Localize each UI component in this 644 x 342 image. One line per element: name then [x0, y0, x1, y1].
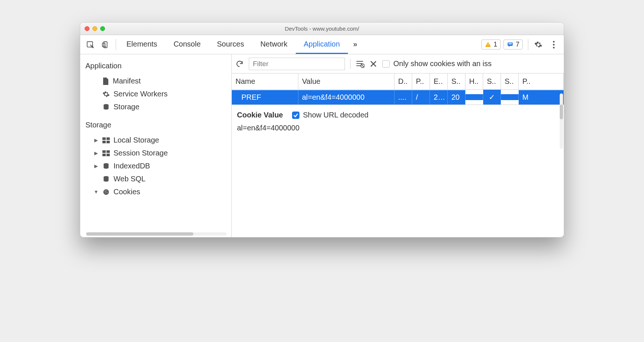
- sidebar-item-cookies[interactable]: ▼ Cookies: [80, 185, 231, 198]
- cookie-detail: Cookie Value Show URL decoded al=en&f4=4…: [232, 105, 564, 138]
- tab-network[interactable]: Network: [252, 35, 295, 54]
- sidebar-item-label: Cookies: [113, 188, 140, 196]
- sidebar-item-service-workers[interactable]: Service Workers: [80, 88, 231, 100]
- sidebar-item-label: IndexedDB: [113, 162, 150, 170]
- expand-arrow-icon[interactable]: ▶: [94, 163, 99, 169]
- expand-arrow-icon[interactable]: ▶: [94, 137, 99, 143]
- toolbar-divider: [116, 39, 116, 50]
- svg-rect-14: [106, 141, 110, 143]
- svg-rect-13: [102, 141, 106, 143]
- col-samesite[interactable]: S..: [501, 73, 519, 89]
- expand-arrow-icon[interactable]: ▶: [94, 150, 99, 156]
- sidebar-item-label: Local Storage: [113, 136, 159, 144]
- warnings-badge[interactable]: 1: [481, 40, 501, 49]
- svg-point-22: [105, 191, 105, 191]
- toolbar-divider: [528, 39, 528, 50]
- tab-application[interactable]: Application: [296, 35, 348, 54]
- show-url-decoded-checkbox[interactable]: Show URL decoded: [292, 111, 369, 119]
- database-icon: [102, 163, 110, 170]
- more-options-icon[interactable]: [546, 35, 562, 54]
- device-toggle-icon[interactable]: [98, 35, 113, 54]
- collapse-arrow-icon[interactable]: ▼: [94, 189, 99, 195]
- table-header-row: Name Value D.. P.. E.. S.. H.. S.. S.. P…: [232, 73, 564, 90]
- svg-rect-5: [488, 46, 488, 47]
- sidebar-item-websql[interactable]: Web SQL: [80, 172, 231, 185]
- svg-point-7: [553, 41, 555, 42]
- show-url-decoded-label: Show URL decoded: [303, 111, 369, 119]
- devtools-window: DevTools - www.youtube.com/ Elements Con…: [80, 22, 564, 237]
- gear-icon: [102, 90, 110, 98]
- svg-rect-12: [106, 137, 110, 140]
- col-size[interactable]: S..: [448, 73, 465, 89]
- inspect-element-icon[interactable]: [82, 35, 98, 54]
- clear-all-icon[interactable]: [356, 60, 365, 68]
- filter-input[interactable]: [249, 58, 345, 70]
- col-secure[interactable]: S..: [483, 73, 501, 89]
- window-titlebar: DevTools - www.youtube.com/: [80, 23, 564, 35]
- database-icon: [102, 103, 110, 111]
- grid-icon: [102, 150, 110, 156]
- checkbox-icon: [382, 60, 390, 68]
- tab-elements[interactable]: Elements: [118, 35, 165, 54]
- cookie-icon: [102, 188, 110, 196]
- actionbar-divider: [350, 59, 350, 69]
- svg-rect-17: [102, 154, 106, 156]
- checkbox-icon: [292, 112, 299, 119]
- cookies-table: Name Value D.. P.. E.. S.. H.. S.. S.. P…: [232, 73, 564, 105]
- col-domain[interactable]: D..: [394, 73, 412, 89]
- cell-path: /: [412, 90, 430, 105]
- sidebar-item-label: Service Workers: [113, 90, 167, 98]
- panel-body: Application Manifest Service Workers Sto…: [80, 54, 564, 237]
- sidebar-group-application: Application: [80, 54, 231, 75]
- svg-rect-11: [102, 137, 106, 140]
- cell-size: 20: [448, 90, 465, 105]
- col-priority[interactable]: P..: [519, 73, 564, 89]
- only-issues-checkbox[interactable]: Only show cookies with an iss: [382, 59, 492, 68]
- svg-rect-18: [106, 154, 110, 156]
- cell-name: PREF: [232, 90, 298, 105]
- tab-sources[interactable]: Sources: [209, 35, 252, 54]
- col-expires[interactable]: E..: [430, 73, 448, 89]
- window-zoom-button[interactable]: [100, 26, 105, 31]
- col-name[interactable]: Name: [232, 73, 298, 89]
- table-vertical-scrollbar[interactable]: [560, 93, 563, 149]
- svg-point-8: [553, 44, 555, 45]
- col-httponly[interactable]: H..: [465, 73, 483, 89]
- delete-icon[interactable]: [370, 60, 377, 68]
- sidebar-item-manifest[interactable]: Manifest: [80, 75, 231, 88]
- window-minimize-button[interactable]: [92, 26, 97, 31]
- sidebar-item-storage[interactable]: Storage: [80, 100, 231, 113]
- svg-rect-4: [488, 44, 488, 45]
- messages-badge[interactable]: 7: [504, 40, 523, 49]
- cell-domain: ....: [394, 90, 412, 105]
- refresh-icon[interactable]: [235, 60, 244, 68]
- svg-point-25: [105, 192, 106, 193]
- panel-tabs: Elements Console Sources Network Applica…: [118, 35, 363, 54]
- sidebar-item-local-storage[interactable]: ▶ Local Storage: [80, 134, 231, 147]
- tab-more[interactable]: »: [348, 35, 363, 54]
- sidebar-item-label: Session Storage: [113, 149, 168, 157]
- col-value[interactable]: Value: [298, 73, 394, 89]
- cell-secure: ✓: [483, 90, 501, 105]
- grid-icon: [102, 137, 110, 143]
- svg-point-23: [106, 190, 107, 191]
- svg-point-24: [106, 192, 107, 193]
- cookies-pane: Only show cookies with an iss Name Value…: [232, 54, 564, 237]
- sidebar-item-session-storage[interactable]: ▶ Session Storage: [80, 147, 231, 160]
- window-close-button[interactable]: [85, 26, 89, 31]
- window-controls: [85, 26, 105, 31]
- table-row[interactable]: PREF al=en&f4=4000000 .... / 2… 20 ✓ M: [232, 90, 564, 105]
- database-icon: [102, 175, 110, 183]
- cookie-value-text: al=en&f4=4000000: [237, 124, 559, 132]
- settings-icon[interactable]: [531, 35, 546, 54]
- cell-httponly: [465, 94, 483, 100]
- sidebar-item-indexeddb[interactable]: ▶ IndexedDB: [80, 160, 231, 172]
- sidebar-horizontal-scrollbar[interactable]: [86, 232, 227, 236]
- tab-console[interactable]: Console: [165, 35, 209, 54]
- col-path[interactable]: P..: [412, 73, 430, 89]
- only-issues-label: Only show cookies with an iss: [393, 59, 492, 68]
- cookie-value-label: Cookie Value: [237, 111, 283, 119]
- cell-expires: 2…: [430, 90, 448, 105]
- cookies-actionbar: Only show cookies with an iss: [232, 54, 564, 73]
- svg-point-21: [104, 189, 109, 195]
